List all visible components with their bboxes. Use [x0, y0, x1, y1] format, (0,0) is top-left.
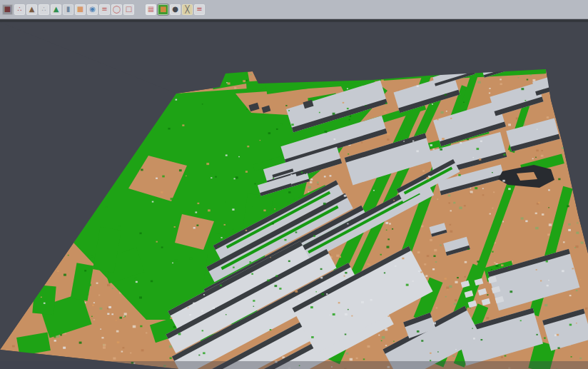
toolbar-model-globe-icon[interactable]: ◉	[87, 4, 98, 15]
viewport-3d[interactable]	[0, 0, 588, 369]
toolbar-icons: ■∴▲∴▲▮■◉≡◯□▦■●╳≡	[1, 4, 206, 15]
toolbar-camera-icon[interactable]: ●	[170, 4, 181, 15]
toolbar-flags-icon[interactable]: ≡	[194, 4, 205, 15]
bottom-dim-band	[0, 361, 588, 369]
toolbar-mesh-icon[interactable]: ■	[75, 4, 86, 15]
toolbar-workspace-icon[interactable]: ■	[2, 4, 13, 15]
toolbar-dense-cloud-icon[interactable]: ▮	[63, 4, 74, 15]
toolbar-markers-icon[interactable]: ╳	[182, 4, 193, 15]
toolbar: ■∴▲∴▲▮■◉≡◯□▦■●╳≡	[0, 0, 588, 19]
toolbar-sparse-cloud-icon[interactable]: ∴	[39, 4, 49, 15]
toolbar-selection-icon[interactable]: □	[123, 4, 134, 15]
toolbar-texture-icon[interactable]: ≡	[99, 4, 110, 15]
toolbar-region-icon[interactable]: ◯	[111, 4, 122, 15]
toolbar-orthomosaic-icon[interactable]: ▦	[146, 4, 156, 15]
toolbar-terrain-model-icon[interactable]: ▲	[51, 4, 61, 15]
toolbar-tie-points-icon[interactable]: ∴	[14, 4, 25, 15]
pond-inner	[517, 172, 537, 181]
toolbar-separator	[0, 19, 588, 22]
application-window: ■∴▲∴▲▮■◉≡◯□▦■●╳≡	[0, 0, 588, 369]
toolbar-dem-icon[interactable]: ▲	[26, 4, 37, 15]
toolbar-classification-icon[interactable]: ■	[158, 4, 168, 15]
